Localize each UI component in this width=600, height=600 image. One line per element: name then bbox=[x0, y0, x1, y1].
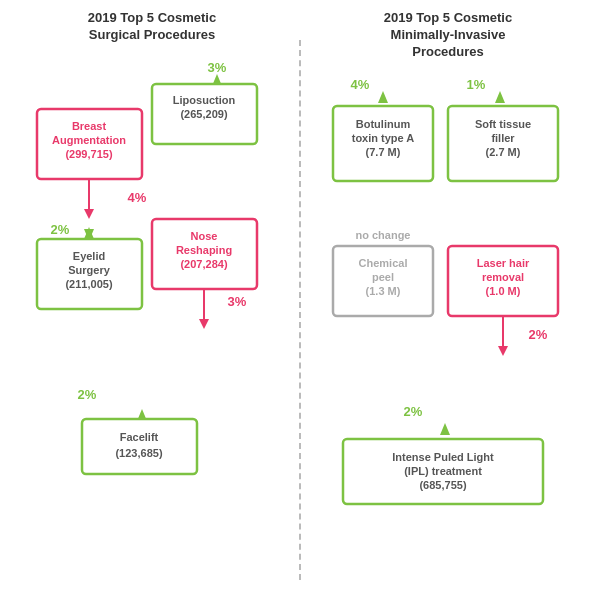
svg-text:(299,715): (299,715) bbox=[65, 148, 112, 160]
eyelid-percent: 2% bbox=[51, 222, 70, 237]
svg-text:removal: removal bbox=[482, 271, 524, 283]
svg-marker-10 bbox=[84, 227, 94, 239]
no-change-label: no change bbox=[355, 229, 410, 241]
svg-text:Surgery: Surgery bbox=[68, 264, 110, 276]
svg-marker-18 bbox=[199, 319, 209, 329]
botulinum-box-label: Botulinum bbox=[356, 118, 411, 130]
svg-text:(2.7 M): (2.7 M) bbox=[486, 146, 521, 158]
svg-text:(IPL) treatment: (IPL) treatment bbox=[404, 465, 482, 477]
lipo-percent: 3% bbox=[208, 60, 227, 75]
soft-box-label: Soft tissue bbox=[475, 118, 531, 130]
svg-marker-38 bbox=[440, 423, 450, 435]
svg-marker-23 bbox=[495, 91, 505, 103]
svg-marker-37 bbox=[498, 346, 508, 356]
eyelid-box-label: Eyelid bbox=[73, 250, 105, 262]
botulinum-percent: 4% bbox=[351, 77, 370, 92]
right-title: 2019 Top 5 CosmeticMinimally-InvasivePro… bbox=[384, 10, 512, 61]
chemical-box-label: Chemical bbox=[359, 257, 408, 269]
left-title: 2019 Top 5 CosmeticSurgical Procedures bbox=[88, 10, 216, 44]
svg-marker-8 bbox=[84, 209, 94, 219]
right-diagram: 4% 1% Botulinum toxin type A (7.7 M) Sof… bbox=[328, 71, 568, 531]
main-container: 2019 Top 5 CosmeticSurgical Procedures 3… bbox=[0, 0, 600, 600]
facelift-box-label: Facelift bbox=[120, 431, 159, 443]
laser-box-label: Laser hair bbox=[477, 257, 530, 269]
facelift-percent: 2% bbox=[78, 387, 97, 402]
svg-text:(685,755): (685,755) bbox=[419, 479, 466, 491]
svg-text:Augmentation: Augmentation bbox=[52, 134, 126, 146]
svg-text:(7.7 M): (7.7 M) bbox=[366, 146, 401, 158]
svg-text:toxin type A: toxin type A bbox=[352, 132, 415, 144]
svg-text:(1.0 M): (1.0 M) bbox=[486, 285, 521, 297]
nose-box-label: Nose bbox=[191, 230, 218, 242]
svg-text:Reshaping: Reshaping bbox=[176, 244, 232, 256]
breast-percent: 4% bbox=[128, 190, 147, 205]
nose-percent: 3% bbox=[228, 294, 247, 309]
ipl-percent: 2% bbox=[404, 404, 423, 419]
svg-text:Breast: Breast bbox=[72, 120, 107, 132]
lipo-box-label: Liposuction bbox=[173, 94, 236, 106]
svg-marker-22 bbox=[378, 91, 388, 103]
svg-text:(265,209): (265,209) bbox=[180, 108, 227, 120]
left-diagram: 3% Liposuction (265,209) Breast Augmenta… bbox=[32, 54, 272, 514]
svg-text:(211,005): (211,005) bbox=[65, 278, 112, 290]
svg-text:filler: filler bbox=[491, 132, 515, 144]
left-panel: 2019 Top 5 CosmeticSurgical Procedures 3… bbox=[5, 10, 299, 590]
svg-text:(123,685): (123,685) bbox=[115, 447, 162, 459]
laser-percent: 2% bbox=[529, 327, 548, 342]
right-panel: 2019 Top 5 CosmeticMinimally-InvasivePro… bbox=[301, 10, 595, 590]
svg-text:(207,284): (207,284) bbox=[180, 258, 227, 270]
ipl-box-label: Intense Puled Light bbox=[392, 451, 494, 463]
soft-percent: 1% bbox=[467, 77, 486, 92]
svg-text:(1.3 M): (1.3 M) bbox=[366, 285, 401, 297]
svg-text:peel: peel bbox=[372, 271, 394, 283]
